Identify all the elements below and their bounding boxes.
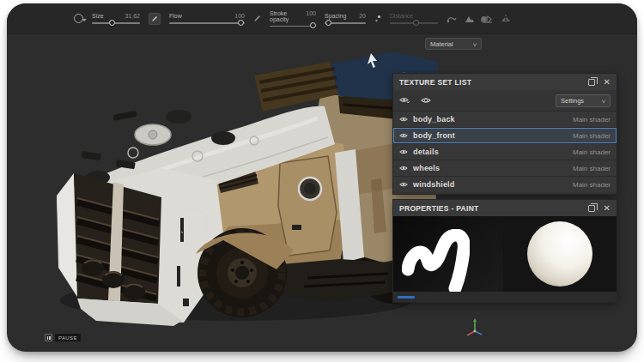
texture-set-shader[interactable]: Main shader [573,148,611,156]
eye-icon[interactable] [399,181,408,188]
spacing-label: Spacing [325,13,346,19]
texture-set-shader[interactable]: Main shader [573,132,611,140]
size-label: Size [92,13,104,19]
texture-set-list-controls: Settings ∨ [393,90,617,111]
symmetry-icon[interactable] [501,14,511,23]
flow-label: Flow [169,13,182,19]
stroke-opacity-slider[interactable] [270,26,316,27]
material-sphere-icon[interactable] [481,16,488,23]
distance-label: Distance [390,13,413,19]
settings-dropdown[interactable]: Settings ∨ [556,94,611,107]
brush-dots-icon[interactable] [374,15,381,23]
eye-icon[interactable] [399,132,408,139]
properties-panel: PROPERTIES - PAINT ✕ [393,200,617,302]
texture-set-rows: body_back Main shader body_front Main sh… [393,111,617,194]
texture-set-row-details[interactable]: details Main shader [393,143,617,160]
texture-set-name: body_front [413,131,568,140]
flow-slider-knob[interactable] [238,20,244,26]
popout-icon[interactable] [588,79,595,86]
brush-toolbar: Size 31.62 Flow 100 Stroke opacity 100 [7,3,637,34]
pen-icon[interactable] [253,15,261,22]
stencil-brush-button[interactable] [149,13,161,25]
texture-set-name: wheels [413,164,568,172]
truck-model[interactable]: 07 [52,51,438,326]
flow-slider-group[interactable]: Flow 100 [169,13,245,24]
texture-set-row-windshield[interactable]: windshield Main shader [393,176,617,192]
mountain-icon[interactable] [465,14,475,23]
pause-badge[interactable]: PAUSE [45,334,81,341]
spacing-slider[interactable] [325,22,366,24]
size-slider[interactable] [92,22,140,24]
stroke-opacity-slider-group[interactable]: Stroke opacity 100 [270,10,316,27]
chevron-down-icon: ∨ [601,98,606,104]
spacing-value: 20 [359,13,366,19]
texture-set-row-wheels[interactable]: wheels Main shader [393,160,617,176]
texture-set-row-body-back[interactable]: body_back Main shader [393,111,617,127]
texture-set-name: details [413,148,568,156]
texture-set-shader[interactable]: Main shader [573,165,611,172]
lazy-mouse-curve-icon[interactable] [447,14,457,23]
eye-icon[interactable] [399,165,408,172]
material-sphere-preview[interactable] [527,221,592,287]
page: 07 [0,0,644,362]
flow-value: 100 [234,13,245,19]
size-slider-knob[interactable] [109,20,115,26]
texture-set-list-panel: TEXTURE SET LIST ✕ Settings ∨ [393,74,617,194]
texture-set-row-body-front[interactable]: body_front Main shader [393,127,617,143]
distance-slider-knob[interactable] [413,20,419,26]
chevron-down-icon: ∨ [472,41,477,47]
pen-icon [151,15,158,22]
toggle-all-visibility-icon[interactable] [399,96,410,105]
properties-header: PROPERTIES - PAINT ✕ [393,200,617,216]
close-icon[interactable]: ✕ [604,204,611,213]
eye-icon[interactable] [399,148,408,155]
texture-set-list-header: TEXTURE SET LIST ✕ [393,74,617,90]
eye-icon[interactable] [399,116,408,123]
shader-dropdown[interactable]: Material ∨ [425,38,482,50]
spacing-slider-knob[interactable] [325,20,331,26]
properties-title: PROPERTIES - PAINT [399,204,588,213]
pause-label: PAUSE [55,334,81,341]
properties-content [393,216,617,292]
stroke-opacity-slider-knob[interactable] [310,22,316,28]
texture-set-shader[interactable]: Main shader [573,116,611,124]
popout-icon[interactable] [588,205,595,212]
size-slider-group[interactable]: Size 31.62 [92,13,140,24]
scroll-indicator[interactable] [398,296,415,299]
shader-dropdown-value: Material [430,40,453,48]
spacing-slider-group[interactable]: Spacing 20 [325,13,366,24]
brush-size-preview-icon[interactable] [74,14,83,23]
stroke-opacity-label: Stroke opacity [270,10,301,22]
settings-dropdown-label: Settings [561,97,584,105]
texture-set-list-title: TEXTURE SET LIST [399,78,588,87]
close-icon[interactable]: ✕ [604,78,611,87]
stroke-opacity-value: 100 [306,10,316,22]
distance-slider[interactable] [390,22,438,24]
flow-slider[interactable] [169,22,245,24]
texture-set-name: windshield [413,180,568,189]
texture-set-name: body_back [413,115,568,124]
app-window: 07 [7,3,637,352]
distance-slider-group[interactable]: Distance [390,13,438,24]
solo-view-icon[interactable] [421,96,431,105]
texture-set-shader[interactable]: Main shader [573,181,611,189]
size-value: 31.62 [125,13,140,19]
properties-footer [393,292,617,302]
brush-stroke-preview[interactable] [393,216,503,292]
pause-icon [45,334,52,341]
axis-gizmo-icon[interactable] [464,317,486,340]
